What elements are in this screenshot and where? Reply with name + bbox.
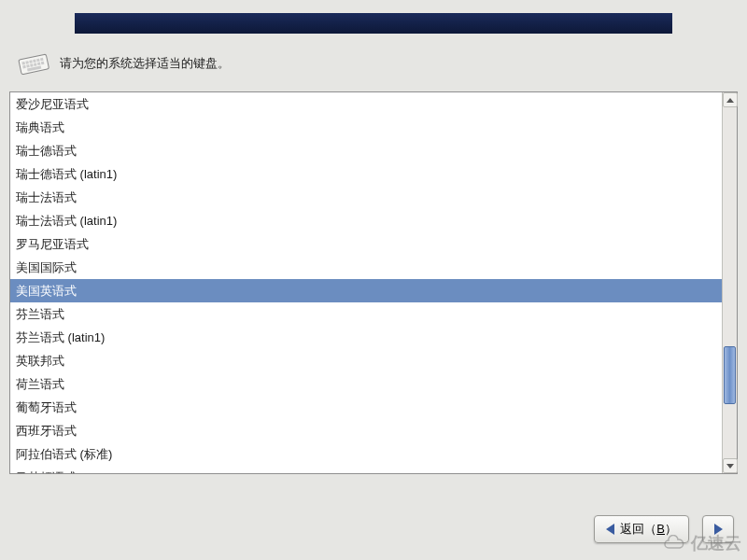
arrow-left-icon <box>606 524 614 535</box>
svg-rect-2 <box>25 61 29 64</box>
list-item[interactable]: 芬兰语式 <box>10 302 722 326</box>
svg-rect-3 <box>29 60 33 63</box>
list-item[interactable]: 马其顿语式 <box>10 466 722 473</box>
chevron-up-icon <box>726 98 734 103</box>
list-item[interactable]: 葡萄牙语式 <box>10 396 722 419</box>
back-button[interactable]: 返回（B） <box>594 515 689 543</box>
svg-rect-5 <box>36 59 40 63</box>
list-item[interactable]: 荷兰语式 <box>10 372 722 396</box>
list-item[interactable]: 西班牙语式 <box>10 419 722 442</box>
button-row: 返回（B） <box>594 515 734 543</box>
svg-rect-11 <box>37 63 41 66</box>
svg-rect-7 <box>22 65 26 69</box>
list-item[interactable]: 瑞士法语式 <box>10 186 722 209</box>
list-item[interactable]: 瑞士德语式 (latin1) <box>10 162 722 186</box>
list-item[interactable]: 英联邦式 <box>10 349 722 372</box>
installer-banner <box>75 13 672 34</box>
list-item[interactable]: 瑞士法语式 (latin1) <box>10 209 722 232</box>
back-button-label: 返回（B） <box>620 521 677 538</box>
scroll-down-button[interactable] <box>723 458 738 473</box>
svg-rect-6 <box>40 58 44 62</box>
svg-rect-4 <box>33 59 36 63</box>
scroll-up-button[interactable] <box>723 92 738 107</box>
svg-rect-10 <box>34 63 37 66</box>
list-item[interactable]: 美国英语式 <box>10 279 722 302</box>
list-item[interactable]: 美国国际式 <box>10 256 722 279</box>
list-item[interactable]: 爱沙尼亚语式 <box>10 92 722 116</box>
list-item[interactable]: 瑞典语式 <box>10 116 722 139</box>
list-item[interactable]: 芬兰语式 (latin1) <box>10 326 722 349</box>
prompt-row: 请为您的系统选择适当的键盘。 <box>0 34 747 86</box>
scrollbar[interactable] <box>722 92 737 473</box>
svg-rect-1 <box>21 62 25 65</box>
list-item[interactable]: 瑞士德语式 <box>10 139 722 162</box>
keyboard-icon <box>17 50 50 77</box>
keyboard-layout-list-container: 爱沙尼亚语式瑞典语式瑞士德语式瑞士德语式 (latin1)瑞士法语式瑞士法语式 … <box>9 91 738 474</box>
keyboard-layout-list[interactable]: 爱沙尼亚语式瑞典语式瑞士德语式瑞士德语式 (latin1)瑞士法语式瑞士法语式 … <box>10 92 722 473</box>
list-item[interactable]: 罗马尼亚语式 <box>10 232 722 256</box>
arrow-right-icon <box>714 524 723 535</box>
chevron-down-icon <box>726 464 734 469</box>
next-button[interactable] <box>702 515 734 543</box>
scroll-track[interactable] <box>723 107 737 458</box>
list-item[interactable]: 阿拉伯语式 (标准) <box>10 442 722 466</box>
svg-rect-8 <box>26 64 30 68</box>
scroll-thumb[interactable] <box>724 346 736 404</box>
svg-rect-9 <box>30 63 34 67</box>
svg-rect-12 <box>41 62 45 65</box>
prompt-text: 请为您的系统选择适当的键盘。 <box>60 55 230 72</box>
